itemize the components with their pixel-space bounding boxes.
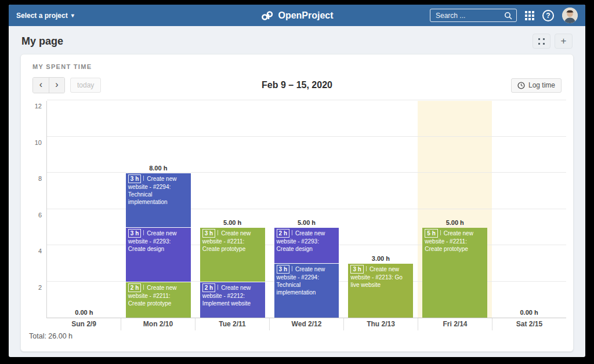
openproject-logo-text: OpenProject <box>278 10 333 21</box>
day-total-label: 8.00 h <box>126 165 191 172</box>
y-axis-tick-label: 8 <box>38 175 42 182</box>
divider <box>292 266 292 271</box>
day-axis-label: Fri 2/14 <box>418 318 492 330</box>
week-nav-group: ‹ › <box>32 77 65 93</box>
divider <box>218 230 218 235</box>
today-button[interactable]: today <box>70 78 101 93</box>
day-column: 5.00 h3 hCreate new website - #2211: Cre… <box>195 101 270 318</box>
day-axis-label: Tue 2/11 <box>195 318 269 330</box>
add-widget-button[interactable]: + <box>555 34 573 49</box>
gridline <box>47 209 566 209</box>
log-time-button[interactable]: Log time <box>511 78 562 93</box>
time-entry-segment[interactable]: 3 hCreate new website - #2293: Create de… <box>126 228 191 282</box>
search-box <box>430 9 517 22</box>
modules-grid-icon[interactable] <box>525 11 534 20</box>
day-axis-label: Wed 2/12 <box>269 318 343 330</box>
next-week-button[interactable]: › <box>49 78 64 93</box>
divider <box>143 176 144 181</box>
day-column: 8.00 h3 hCreate new website - #2294: Tec… <box>121 101 195 318</box>
day-column: 5.00 h2 hCreate new website - #2293: Cre… <box>270 101 344 318</box>
arrange-widgets-button[interactable] <box>533 34 550 49</box>
time-entry-segment[interactable]: 3 hCreate new website - #2294: Technical… <box>126 173 191 227</box>
plus-icon: + <box>561 36 567 46</box>
period-title: Feb 9 – 15, 2020 <box>28 80 566 90</box>
hours-badge: 3 h <box>128 174 141 183</box>
time-entry-segment[interactable]: 2 hCreate new website - #2211: Create pr… <box>126 282 191 318</box>
hours-badge: 2 h <box>202 283 215 292</box>
previous-week-button[interactable]: ‹ <box>33 78 49 93</box>
app-window: Select a project ▾ OpenProject <box>9 5 585 357</box>
day-total-label: 0.00 h <box>497 309 562 316</box>
select-project-dropdown[interactable]: Select a project ▾ <box>16 12 74 20</box>
widget-title: MY SPENT TIME <box>28 62 566 77</box>
divider <box>143 285 144 290</box>
chart-plot: 0.00 h8.00 h3 hCreate new website - #229… <box>46 101 566 318</box>
time-entry-segment[interactable]: 2 hCreate new website - #2293: Create de… <box>274 228 339 264</box>
hours-badge: 3 h <box>350 265 363 274</box>
search-input[interactable] <box>434 11 504 20</box>
time-entry-stack: 5 hCreate new website - #2211: Create pr… <box>422 228 487 318</box>
time-entry-segment[interactable]: 5 hCreate new website - #2211: Create pr… <box>422 228 487 318</box>
y-axis: 24681012 <box>28 101 46 318</box>
hours-badge: 2 h <box>277 229 289 238</box>
time-entry-segment[interactable]: 3 hCreate new website - #2213: Go live w… <box>348 264 413 318</box>
y-axis-tick-label: 4 <box>38 247 42 254</box>
divider <box>440 230 441 235</box>
day-total-label: 5.00 h <box>422 219 487 226</box>
gridline <box>47 172 566 173</box>
day-total-label: 0.00 h <box>52 309 117 316</box>
page-header: My page + <box>9 26 585 54</box>
clock-icon <box>517 82 525 89</box>
day-axis-label: Sun 2/9 <box>47 318 121 330</box>
log-time-label: Log time <box>528 81 555 89</box>
search-icon[interactable] <box>504 12 512 20</box>
time-entry-segment[interactable]: 3 hCreate new website - #2211: Create pr… <box>200 228 265 282</box>
y-axis-tick-label: 10 <box>35 139 42 146</box>
day-axis-label: Mon 2/10 <box>121 318 195 330</box>
time-entry-stack: 3 hCreate new website - #2213: Go live w… <box>348 264 413 318</box>
hours-badge: 2 h <box>128 283 141 292</box>
gridline <box>47 100 566 100</box>
gridline <box>47 136 566 137</box>
y-axis-tick-label: 2 <box>38 284 42 291</box>
day-column: 0.00 h <box>492 101 566 318</box>
day-column: 5.00 h5 hCreate new website - #2211: Cre… <box>418 101 492 318</box>
hours-badge: 3 h <box>277 265 289 274</box>
user-avatar[interactable] <box>562 8 578 23</box>
day-column: 0.00 h <box>47 101 121 318</box>
time-entry-stack: 3 hCreate new website - #2211: Create pr… <box>200 228 265 318</box>
hours-badge: 3 h <box>128 229 141 238</box>
day-axis-label: Sat 2/15 <box>492 318 566 330</box>
day-axis-label: Thu 2/13 <box>343 318 418 330</box>
my-spent-time-widget: MY SPENT TIME Feb 9 – 15, 2020 ‹ › today… <box>20 54 574 352</box>
spent-time-chart: 24681012 0.00 h8.00 h3 hCreate new websi… <box>28 101 566 340</box>
day-total-label: 3.00 h <box>348 255 413 262</box>
day-column: 3.00 h3 hCreate new website - #2213: Go … <box>343 101 418 318</box>
y-axis-tick-label: 12 <box>35 103 42 110</box>
calendar-toolbar: Feb 9 – 15, 2020 ‹ › today Log time <box>28 77 566 101</box>
select-project-label: Select a project <box>16 12 68 20</box>
x-axis: Sun 2/9Mon 2/10Tue 2/11Wed 2/12Thu 2/13F… <box>47 318 566 330</box>
time-entry-segment[interactable]: 3 hCreate new website - #2294: Technical… <box>274 264 339 318</box>
help-icon[interactable]: ? <box>542 10 554 21</box>
hours-badge: 5 h <box>425 229 437 238</box>
top-navigation-bar: Select a project ▾ OpenProject <box>9 5 585 26</box>
day-total-label: 5.00 h <box>200 219 265 226</box>
openproject-logo-icon <box>260 11 274 20</box>
time-entry-segment[interactable]: 2 hCreate new website - #2212: Implement… <box>200 282 265 318</box>
divider <box>292 230 292 235</box>
time-entry-stack: 2 hCreate new website - #2293: Create de… <box>274 228 339 318</box>
day-total-label: 5.00 h <box>274 219 339 226</box>
divider <box>218 285 218 290</box>
week-total-label: Total: 26.00 h <box>28 330 566 340</box>
openproject-logo[interactable]: OpenProject <box>260 10 333 21</box>
page-title: My page <box>21 35 63 48</box>
hours-badge: 3 h <box>202 229 215 238</box>
chevron-down-icon: ▾ <box>71 12 74 19</box>
divider <box>366 266 367 271</box>
y-axis-tick-label: 6 <box>38 212 42 219</box>
time-entry-stack: 3 hCreate new website - #2294: Technical… <box>126 173 191 318</box>
divider <box>143 230 144 235</box>
